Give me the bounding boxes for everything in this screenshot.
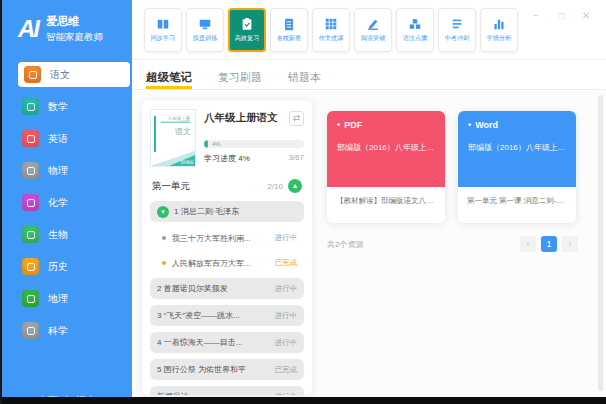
resource-caption: 【教材解读】部编版语文八上 ... <box>327 187 445 206</box>
subject-icon <box>22 194 39 211</box>
sidebar-item-label: 数学 <box>48 100 68 114</box>
lesson-item[interactable]: 3 “飞天”凌空——跳水...进行中 <box>150 305 304 326</box>
book-icon <box>156 17 170 31</box>
lesson-sub-item[interactable]: 人民解放军百万大军...已完成 <box>150 253 304 273</box>
subject-icon <box>22 130 39 147</box>
module-button-语法点拨[interactable]: 语法点拨 <box>396 8 434 52</box>
lesson-item[interactable]: 5 国行公祭 为佑世界和平已完成 <box>150 359 304 380</box>
tab-复习刷题[interactable]: 复习刷题 <box>218 70 262 89</box>
subject-icon-glyph <box>29 71 37 79</box>
course-title: 八年级上册语文 <box>204 111 278 125</box>
subject-icon-glyph <box>27 295 35 303</box>
book-cover: 八年级上册 语文 部编版 <box>150 109 196 167</box>
resource-card-header: •PDF部编版（2016）八年级上... <box>327 111 445 187</box>
sidebar-item-label: 科学 <box>48 324 68 338</box>
tab-bar: 超级笔记复习刷题错题本 <box>132 60 606 90</box>
window-controls: − □ ✕ <box>530 10 592 21</box>
maximize-icon[interactable]: □ <box>555 10 567 21</box>
resource-card-word[interactable]: •Word部编版（2016）八年级上...第一单元 第一课 消息二则-【教... <box>458 111 576 223</box>
subject-icon <box>22 322 39 339</box>
sidebar-item-英语[interactable]: 英语 <box>2 126 130 151</box>
sidebar-item-label: 化学 <box>48 196 68 210</box>
module-button-label: 同步学习 <box>151 34 176 43</box>
lesson-item[interactable]: ▼1 消息二则·毛泽东 <box>150 201 304 222</box>
sidebar-item-历史[interactable]: 历史 <box>2 254 130 279</box>
brand-subtitle: 智能家庭教师 <box>46 31 103 44</box>
module-button-高效复习[interactable]: 高效复习 <box>228 8 266 52</box>
sidebar-item-化学[interactable]: 化学 <box>2 190 130 215</box>
lesson-item[interactable]: 新闻采访进行中 <box>150 386 304 395</box>
sidebar-item-语文[interactable]: 语文 <box>18 62 130 87</box>
unit-collapse-toggle[interactable]: ▲ <box>288 179 302 193</box>
tab-错题本[interactable]: 错题本 <box>288 70 321 89</box>
module-button-作文优课[interactable]: 作文优课 <box>312 8 350 52</box>
tab-超级笔记[interactable]: 超级笔记 <box>146 70 192 89</box>
brand-name: 爱思维 <box>46 14 103 29</box>
main-area: 同步学习摸查训练高效复习名校新卷作文优课阅读突破语法点拨中考冲刺学情分析 − □… <box>132 0 606 404</box>
brand: AI 爱思维 智能家庭教师 <box>2 0 132 54</box>
subject-icon <box>22 258 39 275</box>
lesson-status: 进行中 <box>275 338 298 348</box>
grid-icon <box>324 17 338 31</box>
resource-type-label: Word <box>475 120 498 130</box>
sidebar-item-label: 英语 <box>48 132 68 146</box>
module-button-摸查训练[interactable]: 摸查训练 <box>186 8 224 52</box>
resource-card-pdf[interactable]: •PDF部编版（2016）八年级上...【教材解读】部编版语文八上 ... <box>327 111 445 223</box>
switch-textbook-icon[interactable]: ⇄ <box>289 111 304 126</box>
lines-icon <box>450 17 464 31</box>
module-button-同步学习[interactable]: 同步学习 <box>144 8 182 52</box>
subject-icon <box>22 226 39 243</box>
lesson-title: 新闻采访 <box>157 391 271 395</box>
resource-total: 共2个资源 <box>327 239 363 250</box>
bullet-dot-icon <box>162 261 166 265</box>
module-button-名校新卷[interactable]: 名校新卷 <box>270 8 308 52</box>
expand-toggle-icon[interactable]: ▼ <box>157 206 169 218</box>
vertical-scrollbar[interactable] <box>598 95 603 391</box>
lesson-title: 人民解放军百万大军... <box>172 258 271 269</box>
bullet-icon: • <box>337 120 340 130</box>
module-button-label: 高效复习 <box>235 34 260 43</box>
lesson-title: 5 国行公祭 为佑世界和平 <box>157 364 271 375</box>
lesson-item[interactable]: 2 首届诺贝尔奖颁发进行中 <box>150 278 304 299</box>
lesson-title: 4 一着惊海天——目击... <box>157 337 271 348</box>
lesson-status: 进行中 <box>275 284 298 294</box>
module-button-学情分析[interactable]: 学情分析 <box>480 8 518 52</box>
book-row: 八年级上册 语文 部编版 八年级上册语文 ⇄ 4% <box>150 109 304 167</box>
subject-icon-glyph <box>27 263 35 271</box>
lesson-sub-item[interactable]: 我三十万大军胜利南...进行中 <box>150 228 304 248</box>
resources-footer: 共2个资源 ‹ 1 › <box>327 236 578 252</box>
prev-page-icon[interactable]: ‹ <box>520 236 536 252</box>
next-page-icon[interactable]: › <box>562 236 578 252</box>
module-buttons: 同步学习摸查训练高效复习名校新卷作文优课阅读突破语法点拨中考冲刺学情分析 <box>144 8 518 52</box>
app-window: AI 爱思维 智能家庭教师 语文数学英语物理化学生物历史地理科学 桌面 | 退出… <box>0 0 606 404</box>
progress-percent-label: 4% <box>212 140 221 148</box>
lesson-title: 2 首届诺贝尔奖颁发 <box>157 283 271 294</box>
module-button-中考冲刺[interactable]: 中考冲刺 <box>438 8 476 52</box>
sidebar-item-物理[interactable]: 物理 <box>2 158 130 183</box>
lesson-title: 1 消息二则·毛泽东 <box>174 206 297 217</box>
unit-count: 2/10 <box>267 182 283 191</box>
lesson-item[interactable]: 4 一着惊海天——目击...进行中 <box>150 332 304 353</box>
module-button-label: 名校新卷 <box>277 34 302 43</box>
close-icon[interactable]: ✕ <box>580 10 592 21</box>
bullet-dot-icon <box>162 236 166 240</box>
sidebar-item-生物[interactable]: 生物 <box>2 222 130 247</box>
lesson-status: 已完成 <box>275 258 298 268</box>
subject-icon <box>22 162 39 179</box>
lesson-title: 我三十万大军胜利南... <box>172 233 271 244</box>
sidebar-item-数学[interactable]: 数学 <box>2 94 130 119</box>
bullet-icon: • <box>468 120 471 130</box>
cover-grade: 八年级上册 <box>161 115 191 122</box>
sidebar: AI 爱思维 智能家庭教师 语文数学英语物理化学生物历史地理科学 桌面 | 退出 <box>2 0 132 404</box>
minimize-icon[interactable]: − <box>530 10 542 21</box>
resource-type: •PDF <box>337 120 435 130</box>
progress-label: 学习进度 4% <box>204 153 250 164</box>
resource-type: •Word <box>468 120 566 130</box>
resource-cards: •PDF部编版（2016）八年级上...【教材解读】部编版语文八上 ...•Wo… <box>327 111 578 223</box>
sidebar-item-地理[interactable]: 地理 <box>2 286 130 311</box>
page-number[interactable]: 1 <box>541 236 557 252</box>
sidebar-item-科学[interactable]: 科学 <box>2 318 130 343</box>
resource-title: 部编版（2016）八年级上... <box>468 142 566 154</box>
progress-count: 3/67 <box>288 153 304 164</box>
module-button-阅读突破[interactable]: 阅读突破 <box>354 8 392 52</box>
